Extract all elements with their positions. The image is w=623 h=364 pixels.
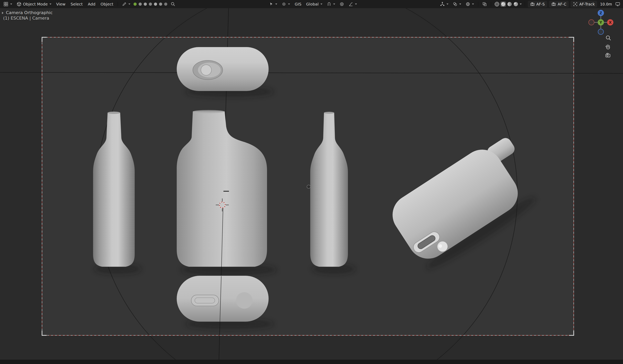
axis-z-negative[interactable] — [598, 29, 603, 35]
flask-mouth — [193, 110, 225, 113]
axis-x-label: X — [609, 20, 612, 24]
overlays-dropdown[interactable] — [451, 0, 463, 8]
chevron-down-icon — [128, 3, 130, 5]
active-tool-dropdown[interactable] — [120, 0, 133, 8]
menu-view[interactable]: View — [54, 0, 68, 8]
chevron-down-icon — [472, 3, 474, 5]
af-track-button[interactable]: AF-Track — [571, 1, 597, 7]
menu-object-label: Object — [101, 2, 113, 6]
pencil-icon — [122, 2, 127, 6]
flask-top-view[interactable] — [177, 47, 268, 91]
wireframe-shading-button[interactable] — [494, 1, 500, 7]
bottle-mouth — [108, 112, 120, 114]
flask-bottom-view[interactable] — [177, 276, 268, 322]
cursor-arrow-icon — [269, 2, 273, 6]
display-settings-button[interactable] — [614, 0, 622, 8]
menu-add-label: Add — [88, 2, 95, 6]
menu-gis-label: GIS — [295, 2, 301, 6]
search-button[interactable] — [168, 0, 178, 8]
snap-toggle[interactable] — [325, 0, 337, 8]
solid-shading-button[interactable] — [500, 1, 506, 7]
rendered-shading-button[interactable] — [513, 1, 518, 7]
chevron-down-icon — [320, 3, 322, 5]
axis-y-positive[interactable]: Y — [598, 19, 604, 25]
tracking-crosshair-icon — [573, 2, 578, 6]
green-dot-icon[interactable] — [134, 2, 137, 6]
bottom-button-shadow — [236, 292, 252, 309]
axis-x-positive[interactable]: X — [607, 19, 613, 25]
status-bar — [0, 360, 623, 364]
top-menubar: Object Mode View Select Add Object — [0, 0, 623, 8]
globe-dropdown[interactable] — [463, 0, 476, 8]
menu-select-label: Select — [70, 2, 83, 6]
axis-z-label: Z — [600, 11, 602, 15]
xray-toggle[interactable] — [480, 0, 489, 8]
transform-orientation-dropdown[interactable]: Global — [304, 0, 325, 8]
chevron-down-icon — [10, 3, 12, 5]
magnet-icon — [327, 2, 332, 6]
viewport-canvas[interactable]: Z X Y — [0, 0, 623, 364]
mode-dropdown[interactable]: Object Mode — [14, 0, 54, 8]
mode-transfer-dropdown[interactable] — [267, 0, 279, 8]
mode-label: Object Mode — [23, 2, 48, 6]
menubar-left-group: Object Mode View Select Add Object — [1, 0, 178, 8]
falloff-curve-icon — [349, 2, 353, 6]
globe-icon — [466, 2, 470, 6]
concentric-circles-icon — [339, 2, 344, 6]
pivot-point-dropdown[interactable] — [279, 0, 292, 8]
camera-icon — [551, 2, 556, 6]
separator — [525, 2, 525, 6]
proportional-edit-toggle[interactable] — [337, 0, 346, 8]
menu-select[interactable]: Select — [68, 0, 85, 8]
panel-toggle-arrow-icon[interactable] — [2, 12, 3, 14]
viewport-editor-icon — [3, 1, 8, 7]
cube-icon — [17, 1, 22, 7]
camera-icon — [530, 2, 535, 6]
grey-dot-icon-4[interactable] — [154, 2, 157, 6]
shading-mode-group — [493, 0, 523, 8]
menu-object[interactable]: Object — [98, 0, 116, 8]
af-track-label: AF-Track — [579, 2, 595, 6]
separator — [491, 2, 491, 6]
grey-dot-icon-1[interactable] — [139, 2, 142, 6]
af-s-label: AF-S — [536, 2, 545, 6]
gizmos-dropdown[interactable] — [438, 0, 451, 8]
menubar-center-group: GIS Global — [267, 0, 359, 8]
gizmo-axes-icon — [440, 2, 445, 6]
chevron-down-icon — [446, 3, 448, 5]
axis-y-label: Y — [599, 20, 602, 24]
menubar-right-group: AF-S AF-C AF-Track 10.0m — [438, 0, 622, 8]
chevron-down-icon — [288, 3, 290, 5]
chevron-down-icon — [520, 3, 522, 5]
separator — [118, 2, 118, 6]
af-continuous-button[interactable]: AF-C — [549, 1, 569, 7]
chevron-down-icon — [333, 3, 335, 5]
grey-dot-icon-3[interactable] — [149, 2, 152, 6]
object-origin-dot — [307, 185, 311, 188]
menu-add[interactable]: Add — [85, 0, 98, 8]
chevron-down-icon — [355, 3, 357, 5]
grey-dot-icon-6[interactable] — [164, 2, 167, 6]
separator — [478, 2, 478, 6]
axis-x-negative[interactable] — [589, 20, 594, 25]
axis-z-positive[interactable]: Z — [598, 10, 604, 16]
pivot-icon — [282, 2, 286, 6]
af-c-label: AF-C — [558, 2, 566, 6]
scene-camera-label: (1) ESCENA | Camera — [3, 16, 49, 20]
menu-view-label: View — [56, 2, 65, 6]
view-mode-label: Camera Orthographic — [6, 10, 53, 15]
grey-dot-icon-2[interactable] — [144, 2, 147, 6]
chevron-down-icon — [49, 3, 51, 5]
material-shading-button[interactable] — [507, 1, 512, 7]
chevron-down-icon — [275, 3, 277, 5]
button-top — [201, 65, 211, 75]
chevron-down-icon — [459, 3, 461, 5]
af-single-button[interactable]: AF-S — [528, 1, 547, 7]
editor-type-button[interactable] — [1, 0, 14, 8]
xray-icon — [482, 2, 487, 6]
menu-gis[interactable]: GIS — [292, 0, 304, 8]
bottle-mouth — [324, 112, 334, 114]
overlapping-circles-icon — [453, 2, 457, 6]
grey-dot-icon-5[interactable] — [159, 2, 162, 6]
falloff-dropdown[interactable] — [346, 0, 359, 8]
